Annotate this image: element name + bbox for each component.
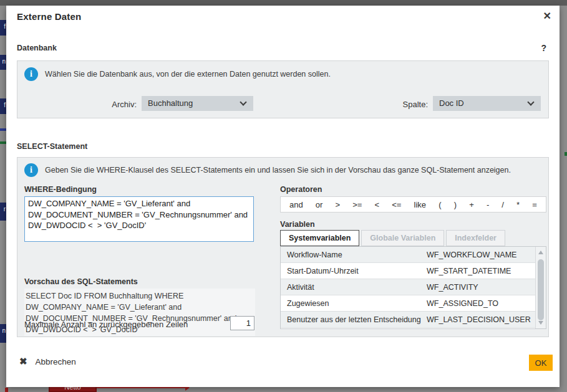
cancel-label: Abbrechen — [36, 357, 76, 366]
table-row[interactable]: Benutzer aus der letzten Entscheidung WF… — [281, 312, 535, 328]
table-row[interactable]: Aktivität WF_ACTIVITY — [281, 279, 535, 295]
background-red-fragment — [5, 388, 8, 392]
variable-code: WF_LAST_DECISION_USER — [427, 315, 535, 324]
scroll-down-icon[interactable] — [538, 321, 543, 325]
cancel-button[interactable]: ✖ Abbrechen — [19, 356, 76, 367]
fragment-letter: f — [4, 102, 6, 108]
max-rows-input[interactable] — [230, 316, 254, 330]
scrollbar-thumb[interactable] — [538, 259, 544, 320]
tab-systemvariablen[interactable]: Systemvariablen — [280, 230, 359, 246]
ok-button[interactable]: OK — [529, 355, 553, 371]
variable-name: Workflow-Name — [281, 251, 427, 259]
variable-code: WF_ACTIVITY — [427, 283, 535, 292]
max-rows-label: Maximale Anzahl an zurückgegebenen Zeile… — [24, 320, 188, 329]
table-row[interactable]: Zugewiesen WF_ASSIGNED_TO — [281, 295, 535, 312]
operator-plus[interactable]: + — [469, 200, 474, 209]
background-node-fragment: r — [0, 203, 6, 221]
fragment-letter: n — [2, 327, 6, 334]
info-icon: i — [24, 67, 38, 81]
background-line-fragment — [565, 152, 567, 156]
dialog-title: Externe Daten — [17, 11, 81, 22]
chevron-down-icon — [527, 98, 534, 105]
operator-multiply[interactable]: * — [516, 200, 520, 209]
operator-equals[interactable]: = — [532, 200, 537, 209]
operator-gte[interactable]: >= — [352, 200, 362, 209]
table-rows: Workflow-Name WF_WORKFLOW_NAME Start-Dat… — [281, 247, 535, 328]
operator-open-paren[interactable]: ( — [439, 200, 441, 209]
operator-close-paren[interactable]: ) — [454, 200, 457, 209]
system-variables-table: Workflow-Name WF_WORKFLOW_NAME Start-Dat… — [280, 246, 546, 329]
database-info-text: Wählen Sie die Datenbank aus, von der di… — [45, 70, 331, 79]
background-node-fragment: f — [0, 98, 6, 114]
column-dropdown[interactable]: Doc ID — [433, 96, 541, 111]
backdrop-top-strip — [0, 0, 567, 6]
sql-preview-label: Vorschau des SQL-Statements — [24, 277, 138, 286]
fragment-letter: r — [4, 206, 6, 213]
background-node-fragment: n — [0, 55, 6, 70]
variables-tabs: Systemvariablen Globale Variablen Indexf… — [280, 230, 507, 246]
background-node-fragment: f — [0, 20, 6, 36]
variables-label: Variablen — [280, 220, 315, 229]
background-line-fragment — [0, 128, 6, 131]
background-node-fragment: n — [0, 324, 6, 343]
chevron-down-icon — [240, 98, 246, 105]
operators-toolbar: and or > >= < <= like ( ) + - / * = — [280, 196, 546, 213]
operator-lte[interactable]: <= — [392, 200, 401, 209]
variable-name: Zugewiesen — [281, 299, 427, 308]
database-section-heading: Datenbank — [17, 44, 57, 52]
operators-label: Operatoren — [280, 185, 322, 194]
select-info-text: Geben Sie die WHERE-Klausel des SELECT-S… — [45, 166, 511, 174]
background-arrow-line — [97, 387, 186, 388]
variable-code: WF_START_DATETIME — [427, 267, 535, 275]
archive-label: Archiv: — [92, 100, 137, 109]
tab-indexfelder[interactable]: Indexfelder — [446, 230, 505, 246]
fragment-letter: n — [2, 58, 6, 65]
table-row[interactable]: Workflow-Name WF_WORKFLOW_NAME — [281, 247, 535, 263]
variable-code: WF_WORKFLOW_NAME — [427, 251, 535, 259]
where-label: WHERE-Bedingung — [24, 185, 97, 194]
select-section-heading: SELECT-Statement — [17, 142, 87, 151]
archive-dropdown[interactable]: Buchhaltung — [142, 96, 253, 111]
operator-or[interactable]: or — [316, 200, 323, 209]
cancel-x-icon: ✖ — [19, 356, 27, 367]
variable-name: Start-Datum/-Uhrzeit — [281, 267, 427, 275]
close-icon[interactable]: ✕ — [542, 9, 553, 23]
column-dropdown-value: Doc ID — [439, 98, 464, 108]
externe-daten-dialog: Externe Daten ✕ Datenbank ? i Wählen Sie… — [6, 6, 560, 387]
scroll-up-icon[interactable] — [538, 251, 543, 254]
tab-globale-variablen[interactable]: Globale Variablen — [361, 230, 444, 246]
background-line-fragment — [0, 141, 6, 144]
fragment-letter: f — [4, 23, 6, 30]
operator-lt[interactable]: < — [375, 200, 380, 209]
info-icon: i — [24, 163, 38, 177]
table-row[interactable]: Start-Datum/-Uhrzeit WF_START_DATETIME — [281, 263, 535, 279]
variable-name: Aktivität — [281, 283, 427, 292]
database-panel: i Wählen Sie die Datenbank aus, von der … — [17, 60, 549, 118]
operator-gt[interactable]: > — [336, 200, 341, 209]
variable-code: WF_ASSIGNED_TO — [427, 299, 535, 308]
operator-like[interactable]: like — [414, 200, 427, 209]
variable-name: Benutzer aus der letzten Entscheidung — [281, 315, 427, 324]
select-statement-panel: i Geben Sie die WHERE-Klausel des SELECT… — [17, 157, 549, 337]
help-icon[interactable]: ? — [541, 43, 546, 53]
where-condition-input[interactable]: DW_COMPANY_NAME = 'GV_Lieferant' and DW_… — [24, 196, 254, 242]
operator-divide[interactable]: / — [502, 200, 504, 209]
table-scrollbar[interactable] — [535, 247, 546, 328]
operator-minus[interactable]: - — [487, 200, 489, 209]
column-label: Spalte: — [385, 100, 428, 109]
operator-and[interactable]: and — [289, 200, 303, 209]
archive-dropdown-value: Buchhaltung — [148, 98, 193, 108]
